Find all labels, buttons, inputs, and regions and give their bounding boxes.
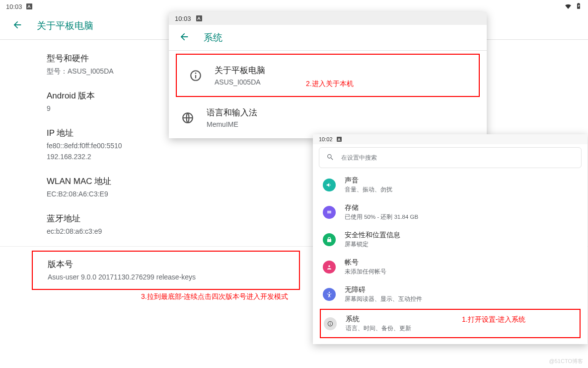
item-sub: 未添加任何帐号 — [345, 268, 386, 276]
item-sub: Asus-user 9.0.0 20171130.276299 release-… — [48, 272, 288, 282]
item-sub: MemuIME — [207, 120, 257, 128]
status-bar: 10:03 A — [169, 12, 487, 25]
status-time: 10:03 — [175, 15, 191, 22]
annotation-2: 2.进入关于本机 — [306, 80, 354, 89]
item-title: 语言和输入法 — [207, 107, 257, 118]
svg-rect-4 — [327, 211, 331, 212]
info-icon — [189, 69, 203, 82]
accessibility-icon — [323, 288, 336, 301]
input-indicator-icon: A — [337, 137, 342, 142]
item-title: 帐号 — [345, 258, 386, 267]
svg-point-2 — [195, 72, 197, 74]
storage-icon — [323, 206, 336, 219]
system-icon — [324, 317, 337, 330]
settings-item-sound[interactable]: 声音 音量、振动、勿扰 — [313, 171, 588, 198]
item-title: 关于平板电脑 — [215, 65, 265, 76]
settings-item-accessibility[interactable]: 无障碍 屏幕阅读器、显示、互动控件 — [313, 280, 588, 308]
item-title: 版本号 — [48, 259, 288, 271]
item-sub: 语言、时间、备份、更新 — [346, 325, 411, 332]
globe-icon — [181, 111, 195, 124]
status-time: 10:03 — [6, 3, 22, 10]
status-time: 10:02 — [319, 136, 333, 142]
page-title: 系统 — [204, 31, 222, 44]
status-bar: 10:03 A — [0, 0, 588, 12]
item-sub: ASUS_I005DA — [215, 78, 265, 86]
item-sub: 音量、振动、勿扰 — [345, 186, 392, 193]
highlight-about-tablet: 关于平板电脑 ASUS_I005DA — [176, 54, 480, 97]
back-icon[interactable] — [12, 19, 23, 32]
svg-rect-5 — [327, 212, 331, 213]
item-title: 安全性和位置信息 — [345, 231, 400, 240]
app-bar: 系统 — [169, 25, 487, 51]
annotation-1: 1.打开设置-进入系统 — [462, 315, 525, 324]
settings-item-storage[interactable]: 存储 已使用 50% - 还剩 31.84 GB — [313, 198, 588, 226]
lock-icon — [323, 233, 336, 246]
highlight-build-number: 版本号 Asus-user 9.0.0 20171130.276299 rele… — [32, 251, 300, 290]
account-icon — [323, 261, 336, 274]
back-icon[interactable] — [179, 31, 190, 44]
wifi-icon — [564, 2, 572, 11]
search-icon — [326, 153, 334, 163]
settings-item-accounts[interactable]: 帐号 未添加任何帐号 — [313, 253, 588, 280]
settings-item-system[interactable]: 系统 语言、时间、备份、更新 — [321, 310, 580, 337]
item-build-number[interactable]: 版本号 Asus-user 9.0.0 20171130.276299 rele… — [33, 252, 299, 289]
item-sub: 已使用 50% - 还剩 31.84 GB — [345, 213, 418, 221]
battery-charging-icon — [575, 2, 582, 11]
screen-settings-home: 10:02 A 在设置中搜索 声音 音量、振动、勿扰 存储 已使用 50% - … — [313, 134, 588, 344]
item-about-tablet[interactable]: 关于平板电脑 ASUS_I005DA — [177, 55, 479, 96]
item-title: 声音 — [345, 176, 392, 185]
svg-point-6 — [328, 265, 330, 267]
item-language[interactable]: 语言和输入法 MemuIME — [169, 97, 487, 138]
svg-point-7 — [329, 291, 330, 292]
item-title: 存储 — [345, 203, 418, 212]
screen-system: 10:03 A 系统 关于平板电脑 ASUS_I005DA 语言和输入法 Mem… — [169, 12, 487, 138]
search-placeholder: 在设置中搜索 — [341, 154, 377, 162]
item-sub: 屏幕阅读器、显示、互动控件 — [345, 295, 422, 303]
item-sub: 屏幕锁定 — [345, 241, 400, 248]
page-title: 关于平板电脑 — [37, 19, 93, 32]
svg-point-10 — [330, 322, 330, 323]
watermark: @51CTO博客 — [549, 358, 583, 365]
status-bar: 10:02 A — [313, 134, 588, 144]
item-title: 系统 — [346, 315, 411, 324]
input-indicator-icon: A — [26, 3, 32, 9]
annotation-3: 3.拉到最底部-连续点击四次版本号进入开发模式 — [141, 292, 288, 301]
input-indicator-icon: A — [196, 15, 202, 21]
settings-list: 声音 音量、振动、勿扰 存储 已使用 50% - 还剩 31.84 GB 安全性… — [313, 168, 588, 344]
item-title: 无障碍 — [345, 285, 422, 294]
settings-search[interactable]: 在设置中搜索 — [319, 147, 582, 168]
sound-icon — [323, 179, 336, 191]
settings-item-security[interactable]: 安全性和位置信息 屏幕锁定 — [313, 226, 588, 253]
highlight-system: 系统 语言、时间、备份、更新 — [320, 309, 581, 338]
